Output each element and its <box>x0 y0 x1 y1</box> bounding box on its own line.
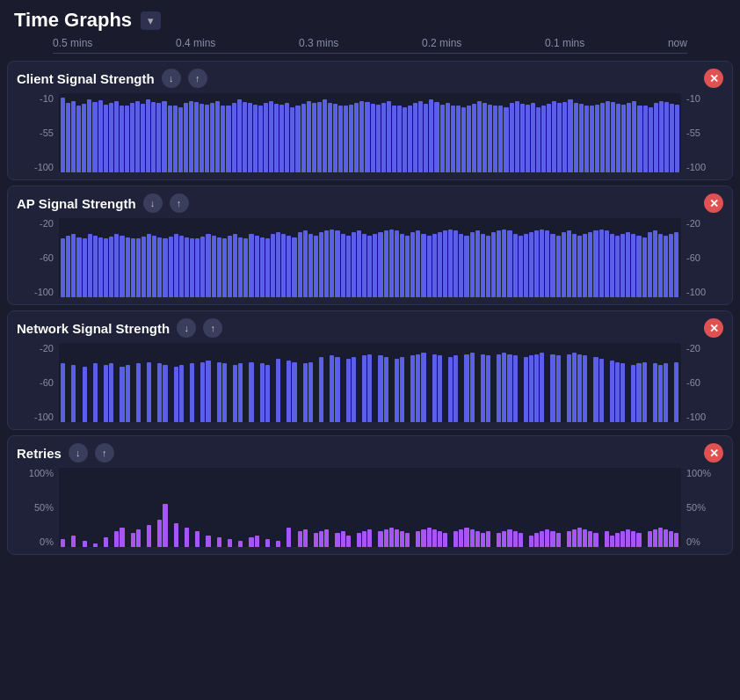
panel-header-network-signal: Network Signal Strength↓↑ <box>17 318 723 338</box>
y-label: 0% <box>17 536 54 547</box>
bar <box>583 355 587 422</box>
bar <box>249 362 253 422</box>
bar <box>588 531 592 547</box>
bar <box>510 103 514 172</box>
bar <box>376 105 381 172</box>
bar <box>157 363 162 422</box>
bar <box>448 230 453 297</box>
bar <box>109 363 113 423</box>
bar <box>71 536 76 548</box>
bar <box>475 230 480 297</box>
bar <box>453 355 458 422</box>
bar <box>593 533 598 547</box>
bar <box>120 106 124 173</box>
bar <box>461 107 466 172</box>
bar <box>606 101 610 172</box>
bar <box>292 237 296 297</box>
bar <box>443 533 447 547</box>
bar <box>120 528 124 548</box>
close-btn-retries[interactable]: ✕ <box>704 443 723 463</box>
bar <box>330 230 334 297</box>
bar <box>567 531 571 547</box>
bar <box>367 354 372 422</box>
close-btn-client-signal[interactable]: ✕ <box>704 69 723 88</box>
bar <box>66 103 70 172</box>
bars-client-signal <box>59 93 681 172</box>
bar <box>82 104 86 172</box>
bar <box>281 234 286 297</box>
sort-down-network-signal[interactable]: ↓ <box>177 318 196 338</box>
sort-up-client-signal[interactable]: ↑ <box>188 69 207 88</box>
y-axis-left-client-signal: -10-55-100 <box>17 93 59 172</box>
bar <box>298 232 302 297</box>
bar <box>456 106 461 172</box>
bar <box>540 230 544 297</box>
bar <box>88 234 92 297</box>
bar <box>341 531 345 547</box>
bar <box>152 236 156 297</box>
bar <box>526 105 530 172</box>
y-label: -20 <box>17 343 54 354</box>
bar <box>519 533 523 547</box>
bar <box>392 106 396 173</box>
bar <box>486 236 490 297</box>
bar <box>378 232 382 297</box>
bar <box>507 529 511 547</box>
bar <box>303 363 308 422</box>
panel-header-ap-signal: AP Signal Strength↓↑ <box>17 193 723 213</box>
sort-down-client-signal[interactable]: ↓ <box>162 69 181 88</box>
bar <box>359 101 364 172</box>
bar <box>265 365 270 422</box>
bar <box>616 104 620 172</box>
bar <box>163 504 167 548</box>
sort-up-retries[interactable]: ↑ <box>95 443 114 463</box>
bar <box>429 99 433 172</box>
bar <box>179 365 184 422</box>
close-btn-network-signal[interactable]: ✕ <box>704 318 723 338</box>
bar <box>448 357 453 422</box>
bar <box>486 355 490 422</box>
bar <box>421 234 425 297</box>
sort-down-retries[interactable]: ↓ <box>69 443 88 463</box>
page-header: Time Graphs ▾ <box>0 0 740 37</box>
bar <box>446 103 450 172</box>
bar <box>659 101 664 172</box>
bar <box>125 106 129 172</box>
bar <box>670 104 674 172</box>
bar <box>308 234 313 297</box>
sort-down-ap-signal[interactable]: ↓ <box>143 193 163 213</box>
bar <box>185 528 189 548</box>
bar <box>333 104 337 172</box>
bar <box>432 234 437 297</box>
bar <box>151 102 156 172</box>
bar <box>384 357 388 422</box>
panel-ap-signal: AP Signal Strength↓↑✕-20-60-100-20-60-10… <box>7 186 733 305</box>
panel-title-ap-signal: AP Signal Strength <box>17 196 136 211</box>
bar <box>335 230 339 297</box>
sort-up-ap-signal[interactable]: ↑ <box>170 193 189 213</box>
bar <box>600 103 605 172</box>
bar <box>674 362 678 422</box>
bar <box>498 106 503 172</box>
bar <box>147 234 151 297</box>
bar <box>184 103 188 172</box>
bar <box>626 529 630 547</box>
sort-up-network-signal[interactable]: ↑ <box>203 318 222 338</box>
bar <box>567 230 571 297</box>
bar <box>574 103 578 172</box>
close-btn-ap-signal[interactable]: ✕ <box>704 193 723 213</box>
bar <box>557 103 562 172</box>
bar <box>249 234 253 297</box>
bar <box>76 106 81 173</box>
dropdown-button[interactable]: ▾ <box>141 11 161 30</box>
bar <box>389 230 394 297</box>
bar <box>71 101 76 172</box>
y-label: 50% <box>686 502 723 513</box>
bar <box>205 105 209 172</box>
bar <box>593 230 598 297</box>
bar <box>599 230 604 297</box>
bar <box>290 107 294 172</box>
bar <box>147 525 151 547</box>
bar <box>675 105 679 172</box>
bar <box>264 103 268 172</box>
